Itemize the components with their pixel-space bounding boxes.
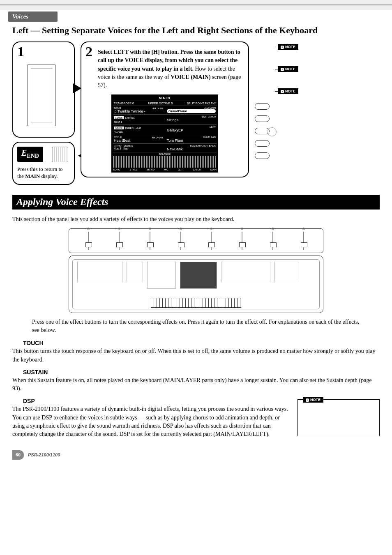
- panel-button-i: [255, 140, 270, 147]
- mini-keypad-icon: [52, 147, 68, 162]
- note-tag-3: ♪NOTE: [278, 88, 298, 94]
- step-1-box: 1: [12, 41, 75, 138]
- end-label: EEND: [17, 147, 43, 162]
- screen-style-name: HeartBeat: [114, 138, 163, 143]
- panel-button-h: [255, 128, 270, 134]
- note-tag-1: ♪NOTE: [278, 44, 298, 50]
- page-number-badge: 60: [12, 450, 24, 460]
- panel-caption: Press one of the effect buttons to turn …: [32, 318, 360, 334]
- dsp-heading: DSP: [23, 398, 291, 404]
- panel-main-body: [69, 256, 323, 313]
- screen-regbank-name: NewBank: [167, 147, 216, 151]
- touch-body: This button turns the touch response of …: [12, 347, 380, 364]
- screen-song-name: ♫ Twinkle Twinkle~: [114, 109, 163, 113]
- screen-left-voice: GalaxyEP: [167, 128, 216, 132]
- screen-lyrics-button: Lyrics: [114, 116, 124, 119]
- panel-button-g: [255, 115, 270, 122]
- screen-main-voice: GrandPiano: [167, 109, 216, 113]
- keyboard-panel-illustration: [69, 228, 323, 313]
- section-banner: Applying Voice Effects: [12, 195, 380, 210]
- screen-multipad-name: Tom Flam: [167, 138, 216, 143]
- mini-keyboard-icon: [151, 298, 241, 308]
- content-area: 1 EEND Press this to return to the MAIN …: [0, 41, 392, 472]
- page-footer: 60 PSR-2100/1100: [12, 450, 380, 460]
- lcd-main-screen: MAIN TRANSPOSE 0 UPPER OCTAVE 0 SPLIT PO…: [111, 94, 218, 173]
- model-label: PSR-2100/1100: [28, 452, 60, 457]
- arrow-right-icon: [73, 83, 81, 93]
- end-box: EEND Press this to return to the MAIN di…: [12, 142, 75, 185]
- dsp-note-tag: ♪NOTE: [303, 397, 323, 403]
- screen-transpose: TRANSPOSE 0: [114, 102, 134, 105]
- screen-split-point: SPLIT POINT F#2 F#2: [187, 102, 216, 105]
- panel-button-j: [255, 152, 270, 159]
- panel-button-f: [255, 103, 270, 110]
- note-column: ♪NOTE ♪NOTE ♪NOTE: [278, 44, 298, 94]
- end-caption: Press this to return to the MAIN display…: [17, 166, 70, 180]
- intro-paragraph: This section of the panel lets you add a…: [12, 215, 380, 223]
- panel-slider-row: [69, 228, 323, 253]
- step-2-number: 2: [85, 44, 92, 60]
- top-gradient-bar: [0, 0, 392, 10]
- screen-balance-labels: SONG STYLE M.PAD MIC LEFT LAYER MAIN: [113, 168, 217, 171]
- screen-balance-mixer: [113, 156, 217, 168]
- step-1-number: 1: [17, 44, 24, 60]
- screen-title: MAIN: [113, 96, 217, 100]
- screen-score-button: Score: [114, 127, 124, 129]
- keyboard-diagram-icon: [27, 64, 56, 126]
- screen-layer-voice: Strings: [167, 118, 216, 122]
- screen-upper-octave: UPPER OCTAVE 0: [148, 102, 173, 105]
- note-tag-2: ♪NOTE: [278, 66, 298, 72]
- page-title: Left — Setting Separate Voices for the L…: [12, 25, 380, 36]
- sustain-heading: SUSTAIN: [23, 369, 380, 375]
- dsp-body: The PSR-2100/1100 features a variety of …: [12, 405, 291, 438]
- sustain-body: When this Sustain feature is on, all not…: [12, 376, 380, 393]
- dsp-note-box: ♪NOTE: [297, 399, 380, 436]
- touch-heading: TOUCH: [23, 340, 380, 346]
- side-button-column: [255, 103, 270, 159]
- section-header: Voices: [8, 12, 58, 22]
- step-2-instructions: Select LEFT with the [H] button. Press t…: [98, 48, 244, 90]
- step-2-box: 2 Select LEFT with the [H] button. Press…: [81, 41, 249, 177]
